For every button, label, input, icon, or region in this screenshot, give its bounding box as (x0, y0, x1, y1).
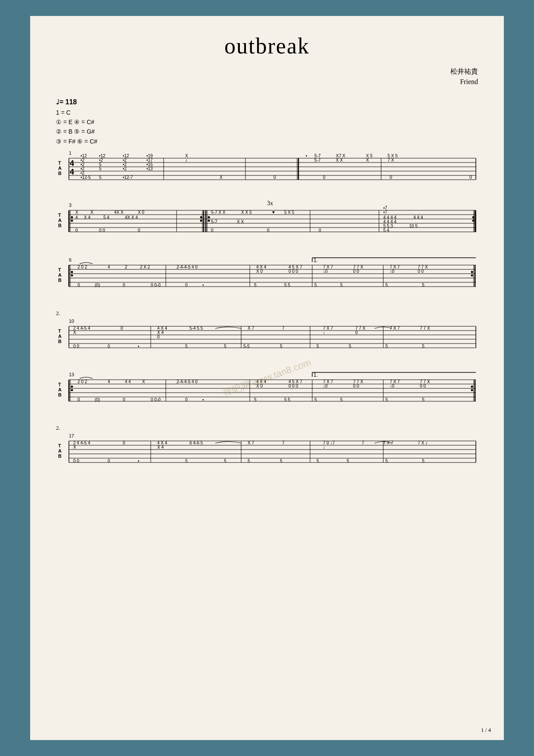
svg-text:0: 0 (108, 344, 110, 349)
svg-text:X  7: X 7 (248, 326, 254, 331)
svg-text:0: 0 (75, 228, 78, 233)
svg-text:▼: ▼ (271, 210, 276, 215)
svg-text:0  0: 0 0 (353, 269, 359, 274)
svg-text:5: 5 (317, 459, 319, 463)
svg-text:5: 5 (385, 283, 388, 287)
svg-text:5  5: 5 5 (284, 397, 290, 402)
svg-point-82 (472, 220, 475, 222)
svg-text:2  X  2: 2 X 2 (140, 265, 150, 269)
svg-text:5-7 X X: 5-7 X X (211, 210, 226, 215)
svg-text:5: 5 (99, 175, 102, 180)
svg-text:B: B (58, 278, 62, 283)
svg-text:5: 5 (422, 344, 425, 349)
svg-text:5: 5 (340, 283, 343, 287)
svg-text:7  X: 7 X (388, 158, 394, 162)
tab-notation: T A B 1 4 4 (56, 150, 478, 473)
svg-text:5: 5 (317, 344, 319, 349)
svg-text:7  X  ♪: 7 X ♪ (418, 440, 428, 445)
svg-text:5-7: 5-7 (314, 158, 321, 162)
svg-text:5: 5 (314, 283, 317, 287)
svg-text:1: 1 (69, 150, 71, 156)
svg-text:4: 4 (108, 265, 110, 269)
svg-text:B: B (58, 453, 62, 459)
svg-text:X 0: X 0 (256, 384, 263, 388)
svg-text:T: T (58, 328, 61, 334)
tab-staff-5: 1. T A B 13 (56, 369, 478, 410)
svg-text:0: 0 (78, 397, 80, 402)
tab-staff-6: T A B 17 2 4 4-5 4 X 0 4 X 4 6 4-6 5 X 4 (56, 432, 478, 471)
source-name: Friend (56, 78, 478, 86)
svg-text:X: X (366, 158, 369, 162)
svg-text:6: 6 (69, 257, 71, 262)
svg-text:X X 5: X X 5 (241, 210, 252, 215)
svg-point-137 (471, 275, 473, 277)
svg-text:X X: X X (336, 158, 343, 162)
svg-text:5  5: 5 5 (284, 283, 290, 287)
svg-text:4: 4 (70, 159, 74, 168)
svg-text:0: 0 (211, 228, 214, 233)
svg-text:7: 7 (282, 440, 285, 445)
sheet-music-page: outbreak 松井祐貴 Friend ♩= 118 1 = C ① = E … (30, 16, 504, 740)
svg-text:0: 0 (123, 283, 125, 287)
svg-text:0: 0 (469, 175, 472, 180)
svg-text:0: 0 (123, 440, 125, 445)
svg-text:(0): (0) (95, 397, 100, 402)
svg-text:T: T (58, 382, 61, 387)
svg-text:0: 0 (138, 228, 140, 233)
song-title: outbreak (56, 33, 478, 59)
tab-staff-1: T A B 1 4 4 (56, 150, 478, 186)
svg-text:T: T (58, 267, 61, 272)
svg-text:4X X: 4X X (114, 210, 124, 215)
svg-text:4: 4 (75, 215, 78, 220)
svg-text:4  4: 4 4 (125, 379, 131, 384)
svg-text:0: 0 (121, 326, 123, 331)
svg-text:0  0: 0 0 (73, 344, 79, 349)
svg-text:7    7  X: 7 7 X (420, 326, 430, 331)
svg-text:A: A (58, 272, 62, 278)
svg-text:5: 5 (385, 344, 388, 349)
svg-text:•: • (306, 153, 307, 158)
svg-text:•: • (138, 344, 140, 349)
tempo-marking: ♩= 118 1 = C ① = E ④ = C# ② = B ⑤ = G# ③… (56, 97, 478, 146)
svg-text:A: A (58, 448, 62, 453)
svg-text:5  4: 5 4 (103, 215, 109, 220)
svg-text:5: 5 (185, 459, 188, 463)
svg-text:4  4  4: 4 4 4 (413, 215, 423, 220)
svg-text:5: 5 (385, 397, 388, 402)
svg-text:0: 0 (123, 397, 125, 402)
svg-text:•12-7: •12-7 (123, 175, 133, 180)
svg-text:•2: •2 (123, 166, 127, 171)
svg-text:1.: 1. (314, 257, 318, 263)
svg-text:X 0: X 0 (256, 269, 263, 274)
svg-text:4X X 4: 4X X 4 (125, 215, 138, 220)
svg-text:•13: •13 (146, 166, 153, 171)
section-4: 2. T A B 10 2 4 4-5 4 (56, 310, 478, 356)
svg-text:5: 5 (349, 344, 351, 349)
svg-text:0: 0 (355, 330, 358, 335)
svg-text:•7: •7 (383, 210, 388, 215)
svg-text:0: 0 (185, 283, 188, 287)
svg-text:•: • (202, 397, 204, 402)
svg-text:4: 4 (108, 379, 110, 384)
svg-text:X: X (220, 175, 223, 180)
svg-text:•: • (202, 283, 204, 287)
svg-text:5: 5 (340, 397, 343, 402)
svg-text:•12-5: •12-5 (81, 175, 91, 180)
svg-text:2  0  2: 2 0 2 (78, 265, 87, 269)
svg-text:↓0: ↓0 (323, 384, 328, 388)
svg-text:0: 0 (78, 283, 80, 287)
svg-text:7: 7 (282, 326, 285, 331)
svg-text:1.: 1. (314, 372, 318, 378)
svg-text:3: 3 (69, 203, 71, 208)
svg-text:B: B (58, 392, 62, 397)
section-5: 1. T A B 13 (56, 369, 478, 412)
svg-text:7  X 7: 7 X 7 (383, 440, 394, 445)
svg-text:5: 5 (280, 344, 283, 349)
tuning-3: ③ = F# ⑥ = C# (56, 137, 478, 146)
composer-name: 松井祐貴 (56, 67, 478, 76)
svg-text:6  4-6  5: 6 4-6 5 (189, 440, 203, 445)
section-1: T A B 1 4 4 (56, 150, 478, 188)
svg-point-225 (71, 389, 73, 391)
svg-text:5: 5 (254, 283, 257, 287)
svg-point-73 (200, 220, 202, 222)
